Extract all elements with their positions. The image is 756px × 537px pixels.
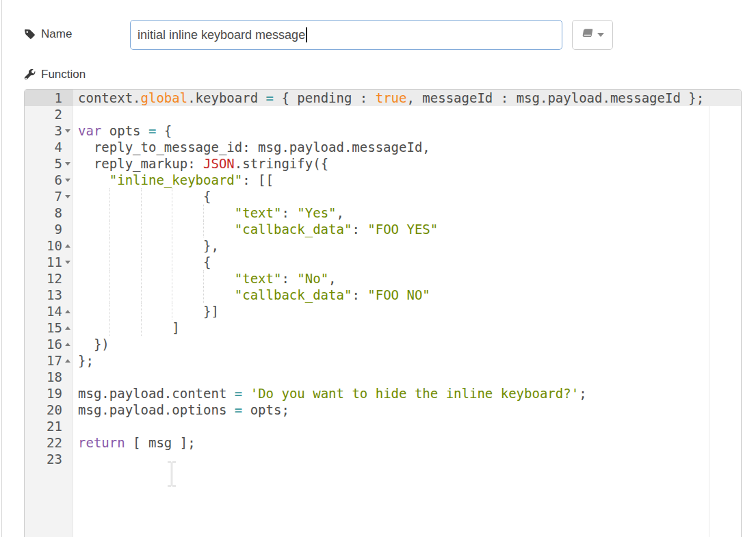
fold-close-icon[interactable] (65, 359, 70, 363)
gutter-cell[interactable]: 17 (25, 352, 73, 369)
code-token: return (78, 435, 125, 450)
gutter-cell[interactable]: 23 (25, 451, 73, 467)
code-line-row: 18 (25, 369, 741, 385)
gutter-cell[interactable]: 10 (25, 237, 73, 254)
code-line-row: 23 (25, 451, 741, 467)
code-line[interactable]: "inline_keyboard": [[ (73, 172, 741, 188)
code-token: { (78, 189, 211, 204)
code-line[interactable]: "text": "No", (73, 270, 741, 287)
fold-open-icon[interactable] (65, 195, 70, 198)
name-input[interactable]: initial inline keyboard message (130, 20, 562, 50)
line-number: 1 (55, 90, 62, 105)
gutter-cell[interactable]: 15 (25, 319, 73, 336)
line-number: 3 (55, 123, 62, 138)
line-number: 21 (47, 419, 62, 434)
code-line[interactable]: msg.payload.options = opts; (73, 402, 741, 418)
gutter-cell[interactable]: 11 (25, 254, 73, 270)
code-line[interactable]: msg.payload.content = 'Do you want to hi… (73, 385, 741, 402)
code-line[interactable]: return [ msg ]; (73, 434, 741, 451)
code-line[interactable]: reply_markup: JSON.stringify({ (73, 155, 741, 172)
fold-close-icon[interactable] (65, 326, 70, 330)
code-token: reply_to_message_id: msg.payload.message… (78, 140, 430, 155)
gutter-cell[interactable]: 6 (25, 172, 73, 188)
gutter-cell[interactable]: 22 (25, 434, 73, 451)
node-red-function-edit-dialog: { "form": { "name": { "label": "Name", "… (0, 0, 756, 537)
line-number: 20 (47, 402, 62, 417)
line-number: 19 (47, 386, 62, 401)
fold-open-icon[interactable] (65, 129, 70, 133)
code-line[interactable] (73, 418, 741, 434)
code-token: }) (78, 337, 109, 352)
function-label-text: Function (41, 68, 86, 81)
code-token: 'Do you want to hide the inline keyboard… (250, 386, 579, 401)
gutter-cell[interactable]: 9 (25, 221, 73, 237)
code-token: ] (78, 320, 180, 335)
code-line[interactable]: }] (73, 303, 741, 319)
code-line[interactable]: "text": "Yes", (73, 205, 741, 221)
code-line[interactable]: context.global.keyboard = { pending : tr… (73, 90, 741, 106)
gutter-cell[interactable]: 4 (25, 139, 73, 155)
code-token (78, 172, 109, 187)
code-token (78, 222, 235, 237)
dialog-left-border (1, 0, 2, 537)
code-line[interactable]: "callback_data": "FOO YES" (73, 221, 741, 237)
code-line[interactable]: "callback_data": "FOO NO" (73, 287, 741, 303)
function-label: Function (24, 68, 86, 81)
gutter-cell[interactable]: 21 (25, 418, 73, 434)
gutter-cell[interactable]: 1 (25, 90, 73, 106)
line-number: 4 (55, 140, 62, 155)
fold-close-icon[interactable] (65, 244, 70, 248)
code-token: "FOO YES" (367, 222, 438, 237)
code-token: "inline_keyboard" (109, 172, 242, 187)
code-line[interactable]: var opts = { (73, 122, 741, 139)
code-line[interactable]: }, (73, 237, 741, 254)
gutter-cell[interactable]: 14 (25, 303, 73, 319)
code-line[interactable]: ] (73, 319, 741, 336)
code-token: : (281, 271, 297, 286)
library-button[interactable] (572, 20, 613, 50)
code-token (242, 386, 250, 401)
gutter-cell[interactable]: 20 (25, 402, 73, 418)
code-token: msg.payload.content (78, 386, 235, 401)
function-code-editor[interactable]: 1context.global.keyboard = { pending : t… (24, 89, 742, 537)
gutter-cell[interactable]: 5 (25, 155, 73, 172)
gutter-cell[interactable]: 18 (25, 369, 73, 385)
code-token (78, 287, 235, 302)
gutter-cell[interactable]: 12 (25, 270, 73, 287)
code-token: opts (101, 123, 148, 138)
code-line[interactable]: { (73, 188, 741, 205)
gutter-cell[interactable]: 19 (25, 385, 73, 402)
line-number: 18 (47, 369, 62, 384)
code-token: global (141, 90, 188, 105)
code-line[interactable]: }) (73, 336, 741, 352)
code-line[interactable] (73, 369, 741, 385)
code-token: = (266, 90, 274, 105)
line-number: 23 (47, 451, 62, 467)
line-number: 14 (47, 304, 62, 319)
line-number: 10 (47, 238, 62, 253)
code-line[interactable]: reply_to_message_id: msg.payload.message… (73, 139, 741, 155)
book-icon (580, 28, 595, 42)
gutter-cell[interactable]: 8 (25, 205, 73, 221)
code-line-row: 5 reply_markup: JSON.stringify({ (25, 155, 741, 172)
gutter-cell[interactable]: 7 (25, 188, 73, 205)
fold-close-icon[interactable] (65, 343, 70, 346)
gutter-cell[interactable]: 16 (25, 336, 73, 352)
code-token: "text" (235, 205, 282, 220)
gutter-cell[interactable]: 2 (25, 106, 73, 122)
fold-close-icon[interactable] (65, 310, 70, 313)
fold-open-icon[interactable] (65, 179, 70, 182)
tag-icon (24, 29, 36, 40)
code-token: true (376, 90, 407, 105)
code-line[interactable]: { (73, 254, 741, 270)
code-line[interactable]: }; (73, 352, 741, 369)
gutter-cell[interactable]: 13 (25, 287, 73, 303)
line-number: 13 (47, 287, 62, 302)
code-line[interactable] (73, 106, 741, 122)
code-line-row: 11 { (25, 254, 741, 270)
fold-open-icon[interactable] (65, 261, 70, 264)
code-token: , (337, 205, 344, 220)
code-token: , (328, 271, 336, 286)
gutter-cell[interactable]: 3 (25, 122, 73, 139)
fold-open-icon[interactable] (65, 162, 70, 166)
